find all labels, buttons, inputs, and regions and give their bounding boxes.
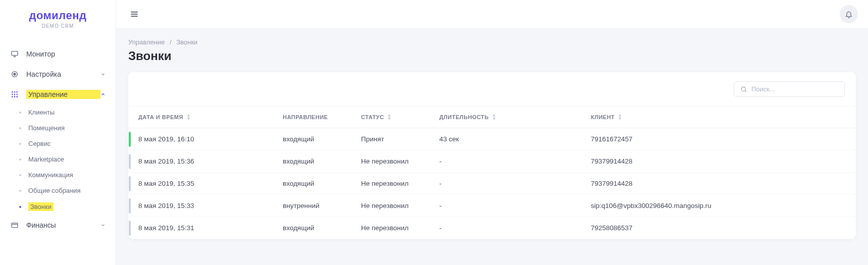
svg-point-10 (16, 94, 18, 95)
cell-status: Не перезвонил (361, 224, 439, 232)
bullet-icon (19, 158, 21, 161)
th-status[interactable]: СТАТУС ▲▼ (361, 114, 439, 121)
monitor-icon (10, 49, 19, 59)
sidebar-item-label: Настройка (26, 70, 100, 78)
cell-direction: входящий (283, 180, 361, 187)
cell-status: Не перезвонил (361, 202, 439, 209)
cell-duration: 43 сек (439, 135, 591, 143)
svg-point-12 (14, 96, 16, 97)
sort-icon: ▲▼ (186, 114, 191, 121)
cell-duration: - (439, 180, 591, 187)
cell-status: Принят (361, 135, 439, 143)
cell-duration: - (439, 157, 591, 165)
sidebar-sub-marketplace[interactable]: Marketplace (9, 151, 116, 167)
nav: Монитор Настройка Управление (0, 44, 116, 235)
card-icon (10, 221, 19, 230)
sidebar-sub-service[interactable]: Сервис (9, 136, 116, 151)
sidebar-item-label: Финансы (26, 221, 100, 229)
sidebar-sub-label: Marketplace (28, 155, 64, 163)
cell-datetime: 8 мая 2019, 16:10 (131, 135, 283, 143)
cell-direction: внутренний (283, 202, 361, 209)
bell-icon (845, 10, 853, 18)
bullet-icon (19, 174, 21, 176)
sidebar-sub-calls[interactable]: Звонки (9, 198, 116, 215)
card-toolbar (128, 72, 856, 107)
svg-point-5 (12, 91, 13, 93)
sort-icon: ▲▼ (492, 114, 496, 121)
th-duration[interactable]: ДЛИТЕЛЬНОСТЬ ▲▼ (439, 114, 591, 121)
table-row[interactable]: 8 мая 2019, 15:31входящийНе перезвонил-7… (128, 217, 856, 239)
cell-duration: - (439, 202, 591, 209)
bullet-icon (19, 127, 21, 129)
table-row[interactable]: 8 мая 2019, 15:33внутреннийНе перезвонил… (128, 195, 856, 217)
cell-direction: входящий (283, 135, 361, 143)
sidebar-sub-label: Помещения (28, 124, 65, 132)
breadcrumb-root[interactable]: Управление (128, 38, 165, 46)
svg-rect-14 (12, 223, 18, 228)
sidebar-item-label: Монитор (26, 50, 106, 58)
search-box[interactable] (734, 81, 845, 97)
cell-client: 79379914428 (591, 180, 856, 187)
grid-icon (10, 90, 19, 99)
notifications-button[interactable] (840, 5, 858, 23)
sidebar-sub-communication[interactable]: Коммуникация (9, 167, 116, 183)
cell-direction: входящий (283, 157, 361, 165)
sidebar-item-settings[interactable]: Настройка (0, 64, 116, 84)
cell-status: Не перезвонил (361, 157, 439, 165)
table-row[interactable]: 8 мая 2019, 15:36входящийНе перезвонил-7… (128, 150, 856, 173)
sidebar-item-finance[interactable]: Финансы (0, 215, 116, 235)
table-row[interactable]: 8 мая 2019, 15:35входящийНе перезвонил-7… (128, 173, 856, 195)
cell-status: Не перезвонил (361, 180, 439, 187)
cell-client: 79258086537 (591, 224, 856, 232)
svg-point-13 (16, 96, 18, 97)
content: Управление / Звонки Звонки (116, 28, 868, 265)
chevron-down-icon (100, 223, 106, 228)
svg-point-6 (14, 91, 16, 93)
chevron-down-icon (100, 72, 106, 77)
table-row[interactable]: 8 мая 2019, 16:10входящийПринят43 сек791… (128, 128, 856, 150)
svg-point-8 (12, 94, 13, 95)
th-client[interactable]: КЛИЕНТ ▲▼ (591, 114, 856, 121)
cell-datetime: 8 мая 2019, 15:35 (131, 180, 283, 187)
sidebar-sub-rooms[interactable]: Помещения (9, 120, 116, 136)
main: Управление / Звонки Звонки (116, 0, 868, 265)
sidebar: домиленд DEMO CRM Монитор Настройка (0, 0, 116, 265)
cell-duration: - (439, 224, 591, 232)
breadcrumb-separator: / (170, 38, 172, 46)
status-bar (129, 198, 131, 214)
brand-sub: DEMO CRM (10, 23, 106, 29)
sidebar-sub-clients[interactable]: Клиенты (9, 104, 116, 120)
status-bar (129, 221, 131, 236)
status-bar (129, 132, 131, 147)
search-input[interactable] (751, 85, 838, 93)
table-body: 8 мая 2019, 16:10входящийПринят43 сек791… (128, 128, 856, 239)
sidebar-item-label: Управление (26, 90, 100, 99)
bullet-icon (19, 143, 21, 145)
svg-point-4 (14, 73, 16, 75)
sidebar-item-management[interactable]: Управление (0, 84, 116, 104)
bullet-icon (19, 190, 21, 192)
calls-table: ДАТА И ВРЕМЯ ▲▼ НАПРАВЛЕНИЕ СТАТУС ▲▼ ДЛ… (128, 107, 856, 239)
sort-icon: ▲▼ (387, 114, 392, 121)
calls-card: ДАТА И ВРЕМЯ ▲▼ НАПРАВЛЕНИЕ СТАТУС ▲▼ ДЛ… (128, 72, 856, 239)
svg-point-19 (741, 87, 745, 91)
svg-point-11 (12, 96, 13, 97)
th-datetime[interactable]: ДАТА И ВРЕМЯ ▲▼ (131, 114, 283, 121)
th-direction[interactable]: НАПРАВЛЕНИЕ (283, 114, 361, 120)
cell-datetime: 8 мая 2019, 15:36 (131, 157, 283, 165)
sidebar-sub-label: Клиенты (28, 109, 55, 116)
cell-client: 79379914428 (591, 157, 856, 165)
breadcrumb-leaf: Звонки (176, 38, 197, 46)
table-header: ДАТА И ВРЕМЯ ▲▼ НАПРАВЛЕНИЕ СТАТУС ▲▼ ДЛ… (128, 107, 856, 128)
cell-datetime: 8 мая 2019, 15:31 (131, 224, 283, 232)
chevron-up-icon (100, 92, 106, 97)
sidebar-sub-label: Звонки (28, 202, 54, 211)
svg-rect-0 (12, 51, 18, 56)
topbar (116, 0, 868, 28)
sidebar-sub-meetings[interactable]: Общие собрания (9, 183, 116, 198)
cell-datetime: 8 мая 2019, 15:33 (131, 202, 283, 209)
brand-name: домиленд (10, 9, 106, 22)
sidebar-item-monitor[interactable]: Монитор (0, 44, 116, 64)
menu-toggle-button[interactable] (126, 6, 142, 22)
search-icon (740, 86, 747, 93)
